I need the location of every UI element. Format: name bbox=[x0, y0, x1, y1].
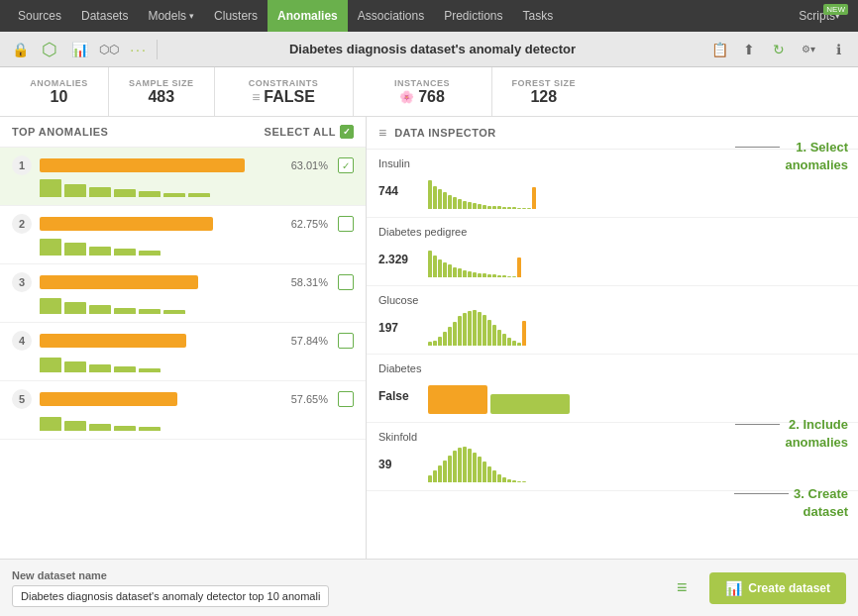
nav-anomalies[interactable]: Anomalies bbox=[268, 0, 348, 32]
instances-icon: 🌸 bbox=[399, 90, 414, 104]
chart-icon[interactable]: 📊 bbox=[67, 38, 91, 61]
anomaly-checkbox-5[interactable] bbox=[338, 391, 354, 407]
feature-bar bbox=[188, 193, 210, 197]
main-content: TOP ANOMALIES Select all 1 63.01% bbox=[0, 117, 858, 559]
nav-models[interactable]: Models ▾ bbox=[138, 0, 204, 32]
inspector-skinfold: Skinfold 39 bbox=[367, 423, 858, 491]
left-panel: TOP ANOMALIES Select all 1 63.01% bbox=[0, 117, 367, 559]
nodes-icon[interactable]: ⬡⬡ bbox=[97, 38, 121, 61]
anomaly-item-1[interactable]: 1 63.01% bbox=[0, 148, 366, 206]
stat-sample-size: SAMPLE SIZE 483 bbox=[109, 67, 215, 116]
nav-scripts[interactable]: Scripts ▾ NEW bbox=[789, 0, 850, 32]
copy-icon[interactable]: 📋 bbox=[707, 38, 731, 61]
lock-icon[interactable]: 🔒 bbox=[8, 38, 32, 61]
nav-tasks[interactable]: Tasks bbox=[513, 0, 564, 32]
toolbar-separator bbox=[157, 40, 158, 59]
nav-datasets[interactable]: Datasets bbox=[71, 0, 138, 32]
anomaly-number-4: 4 bbox=[12, 331, 32, 351]
inspector-diabetes: Diabetes False bbox=[367, 355, 858, 423]
anomaly-checkbox-4[interactable] bbox=[338, 333, 354, 349]
feature-bar bbox=[139, 191, 161, 197]
constraints-icon: ≡ bbox=[252, 89, 260, 105]
feature-bar bbox=[89, 187, 111, 197]
list-icon[interactable]: ≡ bbox=[666, 572, 697, 604]
more-icon[interactable]: ··· bbox=[127, 38, 151, 61]
anomaly-item-4[interactable]: 4 57.84% bbox=[0, 323, 366, 381]
refresh-icon[interactable]: ↻ bbox=[767, 38, 791, 61]
anomaly-number-3: 3 bbox=[12, 272, 32, 292]
stat-anomalies: ANOMALIES 10 bbox=[10, 67, 109, 116]
inspector-insulin: Insulin 744 bbox=[367, 150, 858, 218]
dataset-icon[interactable]: ⬡ bbox=[38, 38, 61, 61]
anomaly-checkbox-1[interactable] bbox=[338, 157, 354, 173]
select-all-control[interactable]: Select all bbox=[265, 125, 354, 139]
bottom-bar: New dataset name ≡ 📊 Create dataset bbox=[0, 559, 858, 616]
right-panel-header: ≡ DATA INSPECTOR bbox=[367, 117, 858, 150]
upload-icon[interactable]: ⬆ bbox=[737, 38, 761, 61]
stats-bar: ANOMALIES 10 SAMPLE SIZE 483 CONSTRAINTS… bbox=[0, 67, 858, 117]
inspector-glucose: Glucose 197 bbox=[367, 286, 858, 355]
info-icon[interactable]: ℹ bbox=[826, 38, 850, 61]
anomaly-item-2[interactable]: 2 62.75% bbox=[0, 206, 366, 264]
feature-bar bbox=[64, 184, 86, 198]
diabetes-chart bbox=[428, 378, 846, 414]
anomaly-list: 1 63.01% bbox=[0, 148, 366, 559]
settings-icon[interactable]: ⚙▾ bbox=[797, 38, 820, 61]
anomaly-number-2: 2 bbox=[12, 214, 32, 234]
inspector-icon: ≡ bbox=[378, 125, 386, 141]
skinfold-chart bbox=[428, 447, 846, 482]
create-dataset-button[interactable]: 📊 Create dataset bbox=[709, 572, 846, 604]
right-panel: ≡ DATA INSPECTOR Insulin 744 bbox=[367, 117, 858, 559]
nav-predictions[interactable]: Predictions bbox=[434, 0, 512, 32]
anomaly-item-5[interactable]: 5 57.65% bbox=[0, 381, 366, 440]
anomaly-score-bar-1: 63.01% bbox=[40, 158, 280, 172]
anomaly-item-3[interactable]: 3 58.31% bbox=[0, 264, 366, 323]
anomaly-number-1: 1 bbox=[12, 155, 32, 175]
dataset-name-group: New dataset name bbox=[12, 569, 654, 607]
top-navigation: Sources Datasets Models ▾ Clusters Anoma… bbox=[0, 0, 858, 32]
scripts-new-badge: NEW bbox=[823, 4, 848, 15]
data-inspector: Insulin 744 bbox=[367, 150, 858, 559]
dataset-name-input[interactable] bbox=[12, 585, 329, 607]
stat-forest-size: FOREST SIZE 128 bbox=[492, 67, 596, 116]
anomaly-checkbox-2[interactable] bbox=[338, 216, 354, 232]
feature-bar bbox=[40, 179, 61, 197]
create-chart-icon: 📊 bbox=[725, 580, 742, 596]
stat-constraints: CONSTRAINTS ≡ FALSE bbox=[215, 67, 354, 116]
insulin-chart bbox=[428, 173, 846, 209]
inspector-diabetes-pedigree: Diabetes pedigree 2.329 bbox=[367, 218, 858, 286]
toolbar: 🔒 ⬡ 📊 ⬡⬡ ··· Diabetes diagnosis dataset'… bbox=[0, 32, 858, 67]
stat-instances: INSTANCES 🌸 768 bbox=[354, 67, 492, 116]
left-panel-header: TOP ANOMALIES Select all bbox=[0, 117, 366, 148]
nav-clusters[interactable]: Clusters bbox=[204, 0, 268, 32]
toolbar-title: Diabetes diagnosis dataset's anomaly det… bbox=[163, 42, 701, 56]
feature-bar bbox=[163, 193, 185, 198]
select-all-checkbox[interactable] bbox=[340, 125, 354, 139]
anomaly-checkbox-3[interactable] bbox=[338, 274, 354, 290]
nav-sources[interactable]: Sources bbox=[8, 0, 71, 32]
glucose-chart bbox=[428, 310, 846, 346]
feature-bar bbox=[114, 189, 136, 197]
anomaly-number-5: 5 bbox=[12, 389, 32, 409]
nav-associations[interactable]: Associations bbox=[348, 0, 434, 32]
pedigree-chart bbox=[428, 242, 846, 277]
